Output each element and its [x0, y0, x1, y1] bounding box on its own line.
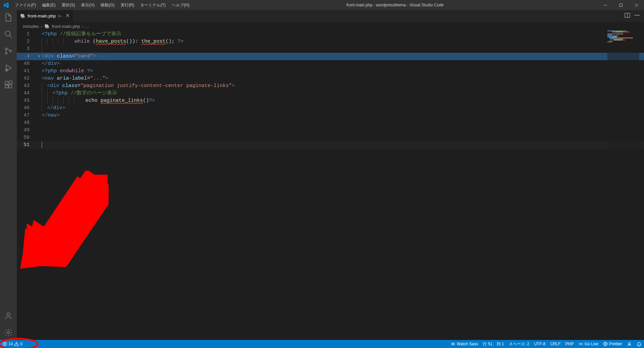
menu-bar: ファイル(F) 編集(E) 選択(S) 表示(V) 移動(G) 実行(R) ター…	[12, 2, 192, 8]
fold-chevron-icon[interactable]: ›	[36, 53, 42, 60]
window-controls	[598, 0, 644, 10]
chevron-right-icon: ›	[82, 24, 83, 29]
svg-point-20	[629, 342, 631, 344]
line-number: 46	[17, 104, 36, 112]
svg-rect-6	[5, 81, 8, 84]
svg-rect-7	[5, 85, 8, 88]
php-file-icon: 🐘	[44, 24, 50, 29]
text-cursor	[42, 142, 42, 148]
feedback-icon[interactable]	[624, 340, 634, 348]
tabs-bar: 🐘 front-main.php 9+	[17, 10, 644, 22]
svg-point-14	[637, 15, 638, 16]
problems-button[interactable]: 14 0	[0, 340, 25, 348]
line-number: 1	[17, 31, 36, 38]
svg-point-10	[7, 313, 10, 316]
breadcrumb-seg-symbol[interactable]: ...	[85, 24, 89, 29]
breadcrumb[interactable]: includes › 🐘 front-main.php › ...	[17, 22, 644, 31]
svg-point-15	[638, 15, 639, 16]
line-number: 45	[17, 97, 36, 104]
encoding[interactable]: UTF-8	[532, 340, 548, 348]
line-number: 4	[17, 53, 36, 60]
editor-area: 🐘 front-main.php 9+ includes › 🐘 front-m…	[17, 10, 644, 340]
notifications-bell-icon[interactable]	[634, 340, 644, 348]
svg-point-3	[5, 52, 7, 54]
window-title: front-main.php - wordpressthema - Visual…	[192, 3, 598, 7]
extensions-icon[interactable]	[4, 80, 13, 89]
explorer-icon[interactable]	[4, 13, 13, 22]
accounts-icon[interactable]	[4, 311, 13, 320]
watch-sass-button[interactable]: Watch Sass	[448, 340, 481, 348]
go-live-button[interactable]: Go Live	[576, 340, 601, 348]
language-mode[interactable]: PHP	[563, 340, 576, 348]
statusbar: 14 0 Watch Sass 行 51、列 1 スペース: 2 UTF-8 C…	[0, 340, 644, 348]
code-editor[interactable]: 1<?php //投稿記事をループで表示 2 while (have_posts…	[17, 31, 644, 340]
tab-label: front-main.php	[28, 13, 56, 18]
prettier-button[interactable]: Prettier	[601, 340, 624, 348]
run-debug-icon[interactable]	[4, 63, 13, 73]
line-number: 3	[17, 45, 36, 53]
menu-help[interactable]: ヘルプ(H)	[169, 2, 193, 8]
line-number: 2	[17, 38, 36, 45]
line-number: 42	[17, 75, 36, 82]
main-area: 🐘 front-main.php 9+ includes › 🐘 front-m…	[0, 10, 644, 340]
line-number: 47	[17, 112, 36, 119]
line-number: 51	[17, 141, 36, 149]
source-control-icon[interactable]	[4, 46, 13, 56]
more-actions-icon[interactable]	[634, 12, 640, 19]
cursor-position[interactable]: 行 51、列 1	[481, 340, 506, 348]
menu-view[interactable]: 表示(V)	[78, 2, 98, 8]
line-number: 48	[17, 119, 36, 127]
line-number: 44	[17, 90, 36, 97]
maximize-button[interactable]	[613, 0, 629, 10]
svg-point-4	[10, 50, 11, 52]
svg-point-11	[7, 332, 10, 334]
line-number: 43	[17, 82, 36, 90]
line-number: 40	[17, 60, 36, 68]
activity-bar	[0, 10, 17, 340]
error-count: 14	[8, 342, 13, 346]
eol[interactable]: CRLF	[548, 340, 563, 348]
menu-terminal[interactable]: ターミナル(T)	[137, 2, 168, 8]
svg-point-17	[453, 344, 454, 345]
svg-point-18	[580, 343, 581, 345]
indentation[interactable]: スペース: 2	[506, 340, 532, 348]
breadcrumb-seg-file[interactable]: front-main.php	[52, 24, 80, 29]
menu-go[interactable]: 移動(G)	[98, 2, 117, 8]
close-button[interactable]	[629, 0, 644, 10]
svg-point-13	[635, 15, 636, 16]
menu-edit[interactable]: 編集(E)	[39, 2, 59, 8]
tab-close-icon[interactable]	[65, 13, 70, 19]
titlebar: ファイル(F) 編集(E) 選択(S) 表示(V) 移動(G) 実行(R) ター…	[0, 0, 644, 10]
svg-rect-8	[9, 85, 12, 88]
breadcrumb-seg-folder[interactable]: includes	[23, 24, 39, 29]
php-file-icon: 🐘	[20, 13, 26, 18]
svg-point-1	[5, 31, 10, 36]
menu-file[interactable]: ファイル(F)	[12, 2, 39, 8]
chevron-right-icon: ›	[41, 24, 42, 29]
svg-point-2	[5, 48, 7, 50]
svg-rect-9	[9, 81, 12, 84]
menu-run[interactable]: 実行(R)	[118, 2, 138, 8]
vscode-logo-icon	[0, 2, 12, 8]
search-icon[interactable]	[4, 30, 13, 39]
minimize-button[interactable]	[598, 0, 613, 10]
menu-selection[interactable]: 選択(S)	[59, 2, 78, 8]
line-number: 49	[17, 127, 36, 134]
tab-front-main[interactable]: 🐘 front-main.php 9+	[17, 10, 74, 22]
line-number: 50	[17, 134, 36, 141]
minimap[interactable]	[607, 31, 639, 340]
svg-rect-0	[619, 4, 622, 6]
line-number: 41	[17, 68, 36, 75]
tab-dirty-badge: 9+	[58, 14, 62, 18]
warning-count: 0	[20, 342, 23, 346]
settings-gear-icon[interactable]	[4, 328, 13, 337]
split-editor-icon[interactable]	[624, 12, 630, 19]
